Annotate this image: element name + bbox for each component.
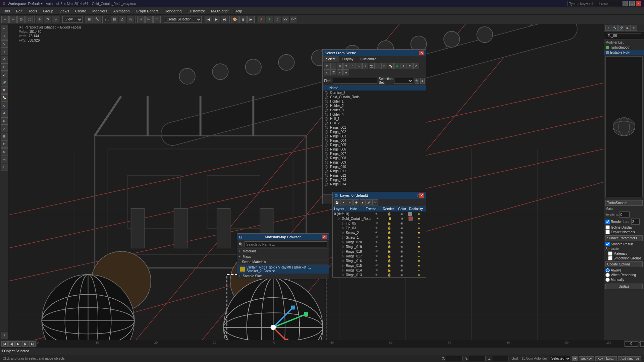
add-time-tag-button[interactable]: Add Time Tag <box>618 356 641 361</box>
freeze-toggle[interactable]: 🔒 <box>383 240 395 244</box>
radiosity-toggle[interactable]: ★ <box>413 259 425 262</box>
material-close-button[interactable]: ✕ <box>322 235 327 239</box>
materials-separate-checkbox-row[interactable]: Materials <box>605 251 643 256</box>
display-as-tree-btn[interactable]: 🌲 <box>394 63 400 69</box>
hide-toggle[interactable]: 👁 <box>371 240 383 244</box>
sample-slots-section[interactable]: + Sample Slots <box>237 274 329 279</box>
scene-object-item[interactable]: Holder_1 <box>323 99 426 104</box>
material-editor[interactable]: 🎨 <box>231 16 238 23</box>
layer-list[interactable]: 0 (default) 👁 🔒 ◉ ★ ▷ Gold_Curtain_Rods … <box>333 212 426 277</box>
menu-edit[interactable]: 3ds <box>1 8 13 14</box>
modifier-item-editablepoly[interactable]: Editable Poly <box>604 50 644 55</box>
render-toggle[interactable]: ◉ <box>396 268 408 272</box>
select-scale-button[interactable]: ⟐ <box>52 16 59 23</box>
layer-item[interactable]: ▷ Rings_014 👁 🔒 ◉ ★ <box>333 268 426 273</box>
freeze-toggle[interactable]: 🔒 <box>383 231 395 234</box>
move-tool[interactable]: ✛ <box>1 33 8 40</box>
render-toggle[interactable]: ◉ <box>396 245 408 248</box>
scene-object-item[interactable]: Rings_012 <box>323 173 426 178</box>
manually-radio-row[interactable]: Manually <box>605 278 643 282</box>
radiosity-toggle[interactable]: ★ <box>413 212 425 216</box>
layer-manager-button[interactable]: ⊞ <box>86 16 93 23</box>
object-properties-button[interactable]: 🔧 <box>94 16 101 23</box>
hide-toggle[interactable]: 👁 <box>371 254 383 258</box>
scene-object-item[interactable]: Rings_002 <box>323 130 426 134</box>
rotate-tool[interactable]: ↻ <box>1 40 8 48</box>
layer-close-button[interactable]: ✕ <box>419 193 424 198</box>
scene-object-item[interactable]: Rings_006 <box>323 147 426 152</box>
color-cell[interactable] <box>409 217 413 221</box>
loft-tool[interactable]: ⊗ <box>1 117 8 125</box>
align-button[interactable]: ⊢ <box>145 16 153 23</box>
icons-btn[interactable]: ☰ <box>330 69 336 75</box>
y-constraint[interactable]: Y <box>266 16 273 23</box>
x-coord-input[interactable] <box>446 356 463 361</box>
color-cell[interactable] <box>408 212 412 216</box>
workspace-selector[interactable]: Workspace: Default ▼ <box>8 2 43 6</box>
xy-constraint[interactable]: XY <box>282 16 289 23</box>
render-toggle[interactable]: ◉ <box>396 273 408 277</box>
when-rendering-radio[interactable] <box>605 273 610 277</box>
smooth-result-checkbox-row[interactable]: Smooth Result <box>605 242 643 246</box>
menu-animation[interactable]: Animation <box>111 8 132 14</box>
scene-object-item[interactable]: Rings_013 <box>323 178 426 182</box>
shape-merge[interactable]: ◇ <box>1 102 8 109</box>
create-selection-dropdown[interactable]: Create Selection... <box>164 16 202 23</box>
angle-snap[interactable]: ∠ <box>119 16 126 23</box>
layer-help-icon[interactable]: ? <box>417 194 419 197</box>
layer-delete-btn[interactable]: ✕ <box>340 199 346 205</box>
menu-help[interactable]: Help <box>232 8 245 14</box>
render-toggle[interactable]: ◉ <box>396 212 408 216</box>
scene-object-item[interactable]: Hull_2 <box>323 121 426 125</box>
object-name-field[interactable] <box>607 33 641 38</box>
maps-section[interactable]: + Maps <box>237 254 329 259</box>
scene-object-item[interactable]: Holder_4 <box>323 112 426 117</box>
scene-object-item[interactable]: Rings_014 <box>323 182 426 186</box>
render-iters-checkbox[interactable] <box>605 220 610 224</box>
quick-align[interactable]: ⊤ <box>153 16 161 23</box>
find-next-btn[interactable]: ▶ <box>420 78 425 84</box>
viewport[interactable]: [+] [Perspective] [Shaded + Edged Faces]… <box>9 24 604 340</box>
layer-title-bar[interactable]: ⊡ Layer: 0 (default) ? ✕ <box>333 192 426 199</box>
layer-item[interactable]: ▷ Rings_013 👁 🔒 ◉ ★ <box>333 273 426 277</box>
hide-toggle[interactable]: 👁 <box>371 245 383 248</box>
scene-materials-section[interactable]: - Scene Materials <box>237 259 329 265</box>
scene-object-item[interactable]: Rings_005 <box>323 143 426 147</box>
layer-item[interactable]: ▷ Rings_018 👁 🔒 ◉ ★ <box>333 249 426 254</box>
explicit-normals-checkbox-row[interactable]: Explicit Normals <box>605 230 643 234</box>
sel-space-btn[interactable]: ⬚ <box>381 63 387 69</box>
morph-tool[interactable]: ⊕ <box>1 148 8 156</box>
menu-customize[interactable]: Customize <box>185 8 208 14</box>
link-tool[interactable]: 🔗 <box>1 79 8 86</box>
sort-alpha-btn[interactable]: A <box>400 63 407 69</box>
y-coord-input[interactable] <box>469 356 486 361</box>
x-constraint[interactable]: X <box>258 16 265 23</box>
sel-shape-btn[interactable]: ◇ <box>356 63 362 69</box>
materials-section[interactable]: + Materials <box>237 249 329 254</box>
layer-item[interactable]: ▷ Rings_017 👁 🔒 ◉ ★ <box>333 254 426 258</box>
current-frame-input[interactable] <box>625 341 638 347</box>
select-scene-close-button[interactable]: ✕ <box>419 51 424 55</box>
menu-rendering[interactable]: Rendering <box>162 8 184 14</box>
select-object-button[interactable]: ⊡ <box>17 16 25 23</box>
customize-tab[interactable]: Customize <box>357 56 380 62</box>
scene-object-item[interactable]: Holder_3 <box>323 108 426 112</box>
modify-panel-icon[interactable]: 🔧 <box>612 25 618 31</box>
when-rendering-radio-row[interactable]: When Rendering <box>605 273 643 277</box>
snap-tool[interactable]: ⊟ <box>1 63 8 71</box>
animate-prev[interactable]: |◀ <box>205 16 212 23</box>
hide-toggle[interactable]: 👁 <box>371 212 383 216</box>
color-cell[interactable] <box>408 231 412 235</box>
menu-create[interactable]: Create <box>72 8 89 14</box>
total-frames-input[interactable] <box>640 341 644 347</box>
select-region-button[interactable]: ⬚ <box>25 16 33 23</box>
menu-edit[interactable]: Edit <box>13 8 25 14</box>
radiosity-toggle[interactable]: ★ <box>413 222 425 225</box>
maximize-button[interactable]: □ <box>629 1 635 6</box>
freeze-toggle[interactable]: 🔒 <box>383 259 395 262</box>
menu-group[interactable]: Group <box>40 8 56 14</box>
freeze-toggle[interactable]: 🔒 <box>383 250 395 253</box>
timeline-track[interactable]: 0 10 20 30 40 50 60 70 80 90 100 <box>37 340 624 348</box>
layer-item[interactable]: ▷ Screw_2 👁 🔒 ◉ ★ <box>333 230 426 235</box>
always-radio[interactable] <box>605 268 610 273</box>
